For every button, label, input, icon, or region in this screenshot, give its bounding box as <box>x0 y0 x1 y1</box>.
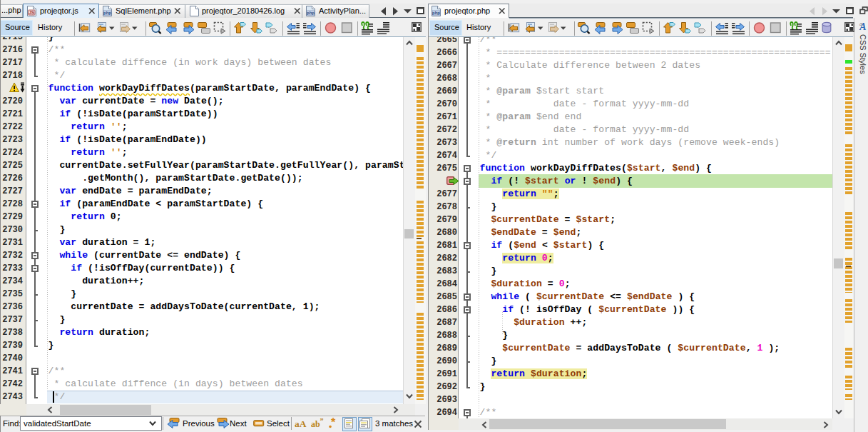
svg-text:*: * <box>331 416 336 428</box>
svg-text:php: php <box>307 11 315 15</box>
svg-text:”: ” <box>320 417 324 425</box>
svg-text:JS: JS <box>29 10 35 15</box>
svg-text:a: a <box>859 21 862 26</box>
svg-text:ab: ab <box>311 419 320 429</box>
svg-text:php: php <box>432 11 440 15</box>
svg-text:aA: aA <box>295 418 307 429</box>
svg-text:php: php <box>103 11 111 15</box>
